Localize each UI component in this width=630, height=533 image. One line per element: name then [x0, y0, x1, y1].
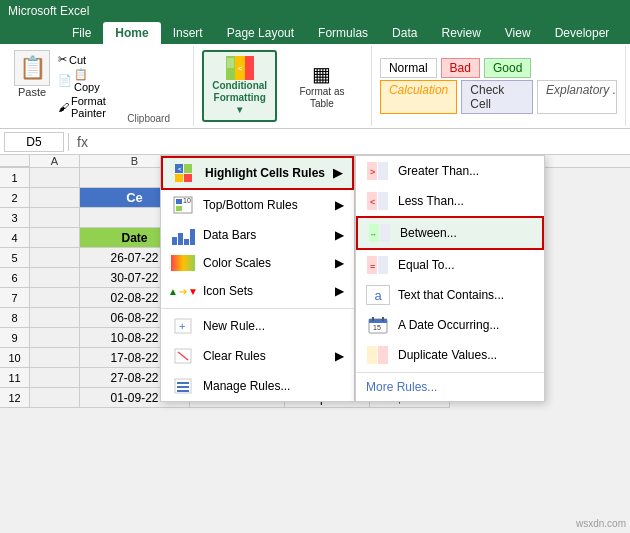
styles-group: < ConditionalFormatting ▾ ▦ Format as Ta…	[194, 46, 372, 126]
style-calculation[interactable]: Calculation	[380, 80, 457, 114]
list-item	[30, 248, 80, 268]
svg-rect-11	[176, 199, 182, 204]
col-header-a[interactable]: A	[30, 155, 80, 167]
submenu-item-between[interactable]: ↔ Between...	[356, 216, 544, 250]
svg-rect-22	[177, 390, 189, 392]
color-scales-label: Color Scales	[203, 256, 271, 270]
row-header-7[interactable]: 7	[0, 288, 30, 308]
svg-rect-6	[184, 164, 192, 173]
style-bad[interactable]: Bad	[441, 58, 480, 78]
tab-home[interactable]: Home	[103, 22, 160, 44]
svg-text:<: <	[237, 64, 242, 73]
menu-item-icon-sets[interactable]: ▲ ➔ ▼ Icon Sets ▶	[161, 276, 354, 306]
svg-rect-41	[378, 265, 388, 274]
tab-formulas[interactable]: Formulas	[306, 22, 380, 44]
duplicate-values-label: Duplicate Values...	[398, 348, 497, 362]
formula-input[interactable]	[96, 135, 626, 149]
format-as-table-button[interactable]: ▦ Format as Table	[281, 58, 363, 114]
data-bars-label: Data Bars	[203, 228, 256, 242]
icon-sets-arrow: ▶	[335, 284, 344, 298]
color-scales-arrow: ▶	[335, 256, 344, 270]
clipboard-label: Clipboard	[110, 113, 187, 124]
svg-rect-30	[378, 192, 388, 201]
style-explanatory[interactable]: Explanatory ...	[537, 80, 617, 114]
tab-developer[interactable]: Developer	[543, 22, 622, 44]
menu-item-clear-rules[interactable]: Clear Rules ▶	[161, 341, 354, 371]
row-header-5[interactable]: 5	[0, 248, 30, 268]
row-header-1[interactable]: 1	[0, 168, 30, 188]
cell-styles-row1: Normal Bad Good	[380, 58, 617, 78]
svg-rect-45	[372, 317, 374, 321]
submenu-item-date-occurring[interactable]: 15 A Date Occurring...	[356, 310, 544, 340]
row-header-4[interactable]: 4	[0, 228, 30, 248]
submenu-item-more-rules[interactable]: More Rules...	[356, 375, 544, 399]
highlight-cells-arrow: ▶	[333, 166, 342, 180]
tab-page-layout[interactable]: Page Layout	[215, 22, 306, 44]
greater-than-icon: >	[366, 161, 390, 181]
row-header-3[interactable]: 3	[0, 208, 30, 228]
submenu-item-less-than[interactable]: < Less Than...	[356, 186, 544, 216]
submenu-item-text-contains[interactable]: a Text that Contains...	[356, 280, 544, 310]
list-item	[30, 228, 80, 248]
top-bottom-label: Top/Bottom Rules	[203, 198, 298, 212]
tab-review[interactable]: Review	[429, 22, 492, 44]
svg-rect-12	[176, 206, 182, 211]
style-normal[interactable]: Normal	[380, 58, 437, 78]
tab-view[interactable]: View	[493, 22, 543, 44]
icon-sets-label: Icon Sets	[203, 284, 253, 298]
row-header-12[interactable]: 12	[0, 388, 30, 408]
list-item	[30, 288, 80, 308]
tab-insert[interactable]: Insert	[161, 22, 215, 44]
format-painter-icon: 🖌	[58, 101, 69, 113]
less-than-icon: <	[366, 191, 390, 211]
equal-to-icon: =	[366, 255, 390, 275]
name-box[interactable]	[4, 132, 64, 152]
row-header-8[interactable]: 8	[0, 308, 30, 328]
tab-data[interactable]: Data	[380, 22, 429, 44]
menu-item-top-bottom[interactable]: 10 Top/Bottom Rules ▶	[161, 190, 354, 220]
highlight-cells-icon: <	[173, 163, 197, 183]
row-header-9[interactable]: 9	[0, 328, 30, 348]
data-bars-icon	[171, 225, 195, 245]
title-bar: Microsoft Excel	[0, 0, 630, 22]
svg-rect-14	[171, 255, 195, 271]
cf-icon: <	[226, 56, 254, 80]
copy-button[interactable]: 📄 📋 Copy	[58, 68, 106, 93]
cut-button[interactable]: ✂ Cut	[58, 53, 106, 66]
menu-item-highlight-cells[interactable]: < Highlight Cells Rules ▶	[161, 156, 354, 190]
paste-button[interactable]: 📋 Paste	[10, 48, 54, 124]
menu-item-data-bars[interactable]: Data Bars ▶	[161, 220, 354, 250]
between-label: Between...	[400, 226, 457, 240]
style-good[interactable]: Good	[484, 58, 531, 78]
row-header-2[interactable]: 2	[0, 188, 30, 208]
row-header-11[interactable]: 11	[0, 368, 30, 388]
submenu-item-greater-than[interactable]: > Greater Than...	[356, 156, 544, 186]
col-corner	[0, 155, 30, 167]
svg-rect-51	[378, 355, 388, 364]
menu-item-manage-rules[interactable]: Manage Rules...	[161, 371, 354, 401]
app-container: Microsoft Excel File Home Insert Page La…	[0, 0, 630, 533]
svg-text:10: 10	[183, 197, 191, 204]
clipboard-sub-items: ✂ Cut 📄 📋 Copy 🖌 Format Painter	[58, 48, 106, 124]
list-item	[30, 308, 80, 328]
menu-item-new-rule[interactable]: + New Rule...	[161, 311, 354, 341]
row-header-6[interactable]: 6	[0, 268, 30, 288]
highlight-cells-label: Highlight Cells Rules	[205, 166, 325, 180]
tab-file[interactable]: File	[60, 22, 103, 44]
svg-rect-7	[175, 174, 183, 182]
paste-label: Paste	[18, 86, 46, 98]
list-item	[30, 208, 80, 228]
submenu-item-duplicate-values[interactable]: Duplicate Values...	[356, 340, 544, 370]
more-rules-label: More Rules...	[366, 380, 437, 394]
conditional-formatting-menu: < Highlight Cells Rules ▶ 10	[160, 155, 355, 402]
equal-to-label: Equal To...	[398, 258, 454, 272]
svg-rect-36	[380, 233, 390, 242]
format-painter-button[interactable]: 🖌 Format Painter	[58, 95, 106, 119]
conditional-formatting-button[interactable]: < ConditionalFormatting ▾	[202, 50, 277, 122]
cf-label: ConditionalFormatting ▾	[210, 80, 269, 116]
submenu-item-equal-to[interactable]: = Equal To...	[356, 250, 544, 280]
menu-item-color-scales[interactable]: Color Scales ▶	[161, 250, 354, 276]
style-check-cell[interactable]: Check Cell	[461, 80, 533, 114]
svg-rect-48	[367, 346, 377, 355]
row-header-10[interactable]: 10	[0, 348, 30, 368]
